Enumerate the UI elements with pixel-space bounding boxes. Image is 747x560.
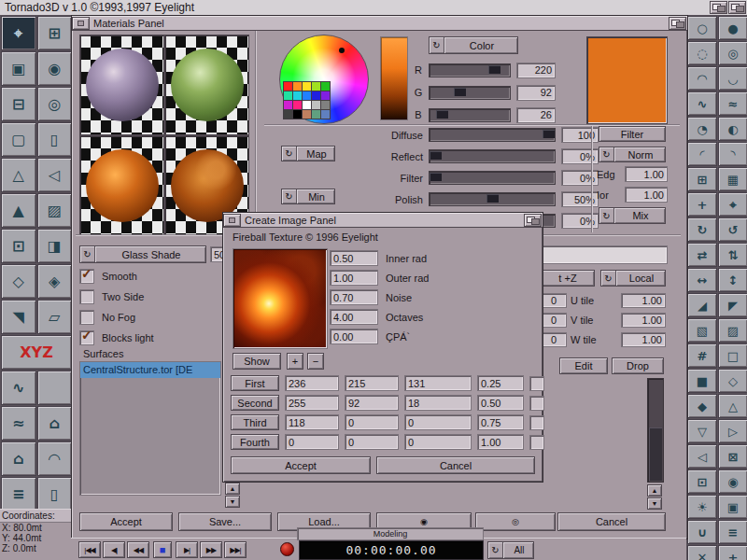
material-preview-1[interactable] — [79, 35, 164, 135]
camera-icon[interactable]: ▣ — [718, 495, 747, 519]
xyz-axes-icon[interactable]: XYZ — [1, 335, 72, 370]
layers-icon[interactable]: ≡ — [718, 520, 747, 544]
cancel-button[interactable]: Cancel — [557, 512, 666, 531]
plane-icon[interactable]: ▱ — [37, 300, 73, 334]
row-label-button[interactable]: Second — [231, 395, 279, 411]
screen-to-back-icon[interactable] — [710, 1, 727, 14]
go-end-button[interactable]: ▶▶| — [224, 541, 247, 558]
scroll-up-icon[interactable]: ▲ — [225, 483, 240, 495]
param-value[interactable]: 1.00 — [330, 270, 378, 286]
frame-back-button[interactable]: ◀| — [103, 541, 125, 558]
cut-icon[interactable]: ✕ — [687, 545, 717, 560]
param-value[interactable]: 4.00 — [330, 309, 378, 325]
home-icon[interactable]: ⌂ — [1, 441, 36, 476]
house-icon[interactable]: ⌂ — [37, 406, 73, 441]
channel-value[interactable]: 220 — [516, 63, 556, 78]
tri-down-icon[interactable]: ▽ — [687, 419, 717, 443]
diamond-icon[interactable]: ◇ — [718, 369, 747, 393]
target-icon[interactable]: ⌖ — [718, 192, 747, 217]
palette-swatch[interactable] — [293, 82, 302, 91]
corner-arc-icon[interactable]: ◜ — [687, 142, 717, 166]
fast-forward-button[interactable]: ▶▶ — [200, 541, 222, 558]
property-slider[interactable] — [429, 128, 556, 142]
square-icon[interactable]: □ — [718, 343, 747, 368]
tri-right-icon[interactable]: ▷ — [718, 419, 747, 443]
ball-preview-button[interactable]: ◎ — [475, 512, 556, 531]
property-slider[interactable] — [429, 171, 556, 185]
row-value-b[interactable]: 131 — [404, 375, 472, 391]
row-value-r[interactable]: 255 — [285, 395, 339, 411]
row-checkbox[interactable]: ✓ — [529, 376, 544, 391]
ior-value[interactable]: 1.00 — [625, 187, 668, 203]
norm-button[interactable]: ↻ Norm — [599, 147, 666, 162]
row-value-r[interactable]: 118 — [285, 414, 339, 430]
palette-swatch[interactable] — [284, 82, 292, 91]
palette-swatch[interactable] — [321, 91, 330, 100]
option-checkbox[interactable]: ✓ — [79, 310, 94, 325]
circle-icon[interactable]: ○ — [687, 16, 717, 40]
record-button[interactable] — [280, 542, 294, 556]
pyramid-icon[interactable]: ▲ — [1, 193, 36, 228]
slider-value[interactable]: 0% — [561, 213, 599, 229]
row-label-button[interactable]: First — [231, 375, 279, 391]
row-checkbox[interactable]: ✓ — [529, 435, 544, 450]
slider-thumb[interactable] — [486, 194, 499, 203]
go-start-button[interactable]: |◀◀ — [78, 541, 101, 558]
row-value-b[interactable]: 0 — [404, 414, 472, 430]
tri-left-icon[interactable]: ◁ — [687, 444, 717, 469]
slider-thumb[interactable] — [543, 130, 555, 138]
slider-value[interactable]: 50% — [561, 191, 599, 207]
rotate-cw-icon[interactable]: ↻ — [687, 217, 717, 242]
slider-thumb[interactable] — [430, 151, 442, 160]
face-tool-icon[interactable]: ◨ — [37, 229, 73, 263]
sphere-icon[interactable]: ◉ — [37, 51, 73, 86]
min-button[interactable]: ↻ Min — [281, 189, 335, 204]
dialog-accept-button[interactable]: Accept — [231, 456, 371, 474]
channel-slider[interactable] — [429, 63, 511, 77]
palette-swatch[interactable] — [284, 101, 292, 109]
materials-titlebar[interactable]: Materials Panel — [72, 16, 687, 31]
corner-arc2-icon[interactable]: ◝ — [718, 142, 747, 166]
sun-icon[interactable]: ☀ — [687, 495, 717, 519]
minus-button[interactable]: − — [307, 353, 324, 370]
palette-swatch[interactable] — [321, 110, 330, 119]
row-value-r[interactable]: 236 — [285, 375, 339, 391]
palette-swatch[interactable] — [312, 82, 320, 91]
param-value[interactable]: 0.70 — [330, 289, 378, 305]
row-value-g[interactable]: 215 — [345, 375, 399, 391]
save-button[interactable]: Save... — [178, 512, 272, 531]
tile-value[interactable]: 1.00 — [621, 313, 666, 328]
row-label-button[interactable]: Third — [231, 414, 279, 430]
mesh-edit-icon[interactable]: ▨ — [37, 193, 73, 228]
edg-value[interactable]: 1.00 — [625, 166, 668, 182]
rounded-box-icon[interactable]: ▢ — [1, 122, 36, 157]
tile-offset-value[interactable]: 0 — [541, 332, 567, 347]
create-image-titlebar[interactable]: Create Image Panel — [223, 213, 543, 228]
cube-icon[interactable]: ▣ — [1, 51, 36, 86]
palette-swatch[interactable] — [303, 91, 311, 100]
palette-swatch[interactable] — [312, 91, 320, 100]
slider-thumb[interactable] — [454, 88, 466, 96]
ring-icon[interactable]: ◎ — [718, 41, 747, 65]
plus-button[interactable]: + — [287, 353, 303, 370]
depth-gadget-icon[interactable] — [669, 17, 686, 30]
scroll-up-icon[interactable]: ▲ — [647, 484, 662, 497]
scrollbar-thumb[interactable] — [649, 427, 662, 481]
slider-thumb[interactable] — [430, 173, 442, 181]
arc-icon[interactable]: ◠ — [687, 66, 717, 91]
all-frames-button[interactable]: ↻ All — [487, 541, 534, 559]
play-button[interactable]: ▶| — [176, 541, 198, 558]
cross-icon[interactable]: + — [687, 192, 717, 217]
slider-thumb[interactable] — [436, 110, 448, 119]
channel-slider[interactable] — [429, 86, 511, 100]
plus-icon[interactable]: + — [718, 545, 747, 560]
param-value[interactable]: 0.50 — [330, 250, 378, 266]
projection-button[interactable]: t +Z — [541, 270, 595, 287]
vertical-scrollbar[interactable] — [647, 378, 664, 483]
tile-offset-value[interactable]: 0 — [541, 293, 567, 308]
property-slider[interactable] — [429, 149, 556, 163]
shade-icon[interactable]: ▨ — [718, 318, 747, 343]
empty-slot[interactable] — [37, 371, 73, 405]
channel-value[interactable]: 26 — [516, 107, 556, 123]
v-expand-icon[interactable]: ↕ — [718, 268, 747, 292]
